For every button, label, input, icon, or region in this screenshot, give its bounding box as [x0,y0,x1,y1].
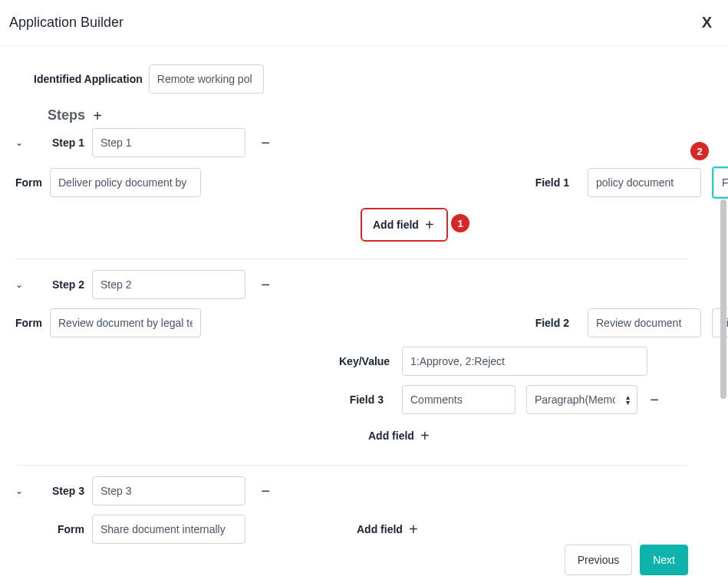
field-3-label: Field 3 [345,393,391,406]
step-1-header-row: ⌄ Step 1 − [15,128,688,157]
add-field-step-2-button[interactable]: Add field + [361,423,439,448]
field-2-kv-group: Key/Value [339,347,647,376]
add-field-step-1-label: Add field [373,219,419,231]
step-1-label: Step 1 [31,137,92,149]
chevron-down-icon[interactable]: ⌄ [15,486,31,496]
chevron-down-icon[interactable]: ⌄ [15,137,31,148]
field-3-name-input[interactable] [402,385,516,414]
annotation-badge-2: 2 [690,142,709,160]
step-2-label: Step 2 [31,278,92,291]
plus-icon: + [419,428,431,443]
step-2-addfield-row: Add field + [361,423,688,448]
step-3-name-input[interactable] [92,476,245,505]
modal-title: Application Builder [9,15,124,31]
step-1-form-label: Form [15,176,50,189]
identified-application-label: Identified Application [34,73,143,85]
step-3-label: Step 3 [31,485,92,497]
steps-header-label: Steps [48,107,85,123]
close-icon[interactable]: X [702,14,711,31]
previous-button[interactable]: Previous [565,545,632,575]
step-1-form-row: Form Field 1 2 File(Binary) ▴▾ 3 [15,166,688,199]
remove-step-1-icon[interactable]: − [259,135,272,150]
field-1-name-input[interactable] [588,168,701,197]
chevron-down-icon[interactable]: ⌄ [15,279,31,290]
step-2-form-row: Form Field 2 List(Key|Value) ▴▾ − [15,308,688,337]
step-3-addfield-inline: Add field + [349,517,427,542]
plus-icon: + [407,522,420,537]
field-2-name-input[interactable] [588,308,701,337]
step-2-form-input[interactable] [50,308,201,337]
field-1-type-select[interactable]: File(Binary) [713,168,728,197]
next-button[interactable]: Next [640,545,688,575]
step-2-field-2-group: Field 2 List(Key|Value) ▴▾ − [531,308,728,337]
add-field-step-2-label: Add field [368,430,414,442]
footer-buttons: Previous Next [565,545,688,575]
step-2-name-input[interactable] [92,270,245,299]
step-1-field-1-group: Field 1 2 File(Binary) ▴▾ 3 − 4 [531,166,728,199]
keyvalue-input[interactable] [402,347,647,376]
modal-body: Identified Application Steps + ⌄ Step 1 … [0,46,728,586]
step-2-block: ⌄ Step 2 − Form Field 2 List(Key|Value) [15,270,688,466]
step-3-form-label: Form [31,523,92,535]
identified-application-input[interactable] [149,64,264,94]
field-3-type-select[interactable]: Paragraph(Memo) [526,385,637,414]
identified-application-row: Identified Application [34,64,688,94]
field-3-type-wrap: Paragraph(Memo) ▴▾ [526,385,637,414]
add-field-step-3-label: Add field [357,523,403,535]
step-1-form-input[interactable] [50,168,201,197]
add-field-step-3-button[interactable]: Add field + [349,517,427,542]
step-2-form-label: Form [15,317,50,329]
step-3-form-input[interactable] [92,515,245,544]
step-2-field-3-row: Field 3 Paragraph(Memo) ▴▾ − [15,385,688,414]
add-field-step-1-button[interactable]: Add field + [361,208,448,242]
field-1-type-wrap: File(Binary) ▴▾ 3 [712,166,728,199]
step-1-block: ⌄ Step 1 − Form Field 1 2 Fil [15,128,688,259]
keyvalue-label: Key/Value [339,355,391,367]
remove-field-3-icon[interactable]: − [648,392,660,407]
remove-step-2-icon[interactable]: − [259,277,272,292]
remove-step-3-icon[interactable]: − [259,483,272,499]
step-3-header-row: ⌄ Step 3 − [15,476,688,505]
step-2-header-row: ⌄ Step 2 − [15,270,688,299]
scrollbar-thumb[interactable] [720,199,726,399]
plus-icon: + [423,217,436,232]
steps-header: Steps + [48,107,688,123]
add-step-icon[interactable]: + [91,108,104,123]
application-builder-modal: Application Builder X Identified Applica… [0,0,728,586]
modal-header: Application Builder X [0,0,728,46]
step-2-keyvalue-row: Key/Value [15,347,688,376]
annotation-badge-1: 1 [451,214,469,232]
step-3-form-row: Form Add field + [15,515,688,544]
step-2-field-3-group: Field 3 Paragraph(Memo) ▴▾ − [345,385,660,414]
field-2-label: Field 2 [531,317,577,329]
step-1-addfield-row: Add field + 1 [361,208,688,242]
field-1-label: Field 1 [531,176,577,189]
step-1-name-input[interactable] [92,128,245,157]
